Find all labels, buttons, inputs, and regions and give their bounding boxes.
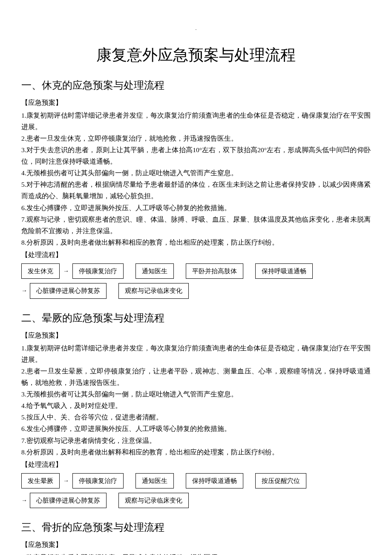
section-2-heading: 二、晕厥的应急预案与处理流程 <box>21 309 371 327</box>
section-1-item: 5.对于神志清醒的患者，根据病情尽量给予患者最舒适的体位，在医生未到达之前让患者… <box>21 179 371 202</box>
section-2-item: 3.无颈椎损伤者可让其头部偏向一侧，防止呕吐物进入气管而产生窒息。 <box>21 388 371 400</box>
section-1-flowchart: 发生休克 → 停顿康复治疗 通知医生 平卧并抬高肢体 保持呼吸道通畅 → 心脏骤… <box>21 263 371 303</box>
arrow-icon: → <box>63 266 69 277</box>
page-mark-top: - <box>21 26 371 33</box>
section-1-item: 2.患者一旦发生休克，立即停顿康复治疗，就地抢救，并迅速报告医生。 <box>21 133 371 144</box>
flow-box: 平卧并抬高肢体 <box>186 263 243 279</box>
section-1-item: 1.康复初期评估时需详细记录患者并发症，每次康复治疗前须查询患者的生命体征是否稳… <box>21 110 371 133</box>
section-2-item: 6.发生心搏骤停，立即进展胸外按压、人工呼吸等心肺复的抢救措施。 <box>21 423 371 434</box>
flow-box: 通知医生 <box>135 263 174 279</box>
flow-box: 心脏骤停进展心肺复苏 <box>30 283 107 298</box>
flow-box: 保持呼吸道通畅 <box>255 263 313 279</box>
section-2-item: 7.密切观察与记录患者病情变化，注意保温。 <box>21 435 371 446</box>
flow-box: 观察与记录临床变化 <box>118 493 189 508</box>
section-2-item: 5.按压人中、关、合谷等穴位，促进患者清醒。 <box>21 411 371 423</box>
section-3-plan-label: 【应急预案】 <box>21 539 371 551</box>
document-title: 康复意外应急预案与处理流程 <box>21 42 371 69</box>
flow-box: 保持呼吸道通畅 <box>186 473 243 489</box>
flow-box: 心脏骤停进展心肺复苏 <box>30 493 107 508</box>
section-3-heading: 三、骨折的应急预案与处理流程 <box>21 518 371 536</box>
section-1-item: 7.观察与记录，密切观察患者的意识、瞳、体温、脉搏、呼吸、血压、尿量、肢体温度及… <box>21 214 371 237</box>
section-2-item: 8.分析原因，及时向患者做出解释和相应的教育，给出相应的处理案，防止医疗纠纷。 <box>21 446 371 458</box>
section-1-heading: 一、休克的应急预案与处理流程 <box>21 76 371 94</box>
arrow-icon: → <box>63 476 69 486</box>
section-2-plan-label: 【应急预案】 <box>21 330 371 341</box>
section-1-item: 8.分析原因，及时向患者做出解释和相应的教育，给出相应的处理案，防止医疗纠纷。 <box>21 237 371 248</box>
section-2-item: 1.康复初期评估时需详细记录患者并发症，每次康复治疗前须查询患者的生命体征是否稳… <box>21 342 371 365</box>
section-1-item: 6.发生心搏骤停，立即进展胸外按压、人工呼吸等心肺复的抢救措施。 <box>21 202 371 214</box>
section-2-item: 4.给予氧气吸入，及时对症处理。 <box>21 400 371 411</box>
flow-box: 通知医生 <box>135 473 174 489</box>
section-2-item: 2.患者一旦发生晕厥，立即停顿康复治疗，让患者平卧，观神志、测量血压、心率，观察… <box>21 365 371 388</box>
section-2-flowchart: 发生晕厥 → 停顿康复治疗 通知医生 保持呼吸道通畅 按压促醒穴位 → 心脏骤停… <box>21 473 371 513</box>
section-3-item: 1.确定骨折发生后立即停顿治疗，尽量减少患处的活动，报告医师。 <box>21 552 371 555</box>
arrow-icon: → <box>21 286 27 296</box>
section-1-plan-label: 【应急预案】 <box>21 97 371 109</box>
flow-box: 停顿康复治疗 <box>72 473 124 489</box>
section-1-item: 4.无颈椎损伤者可让其头部偏向一侧，防止呕吐物进入气管而产生窒息。 <box>21 167 371 179</box>
section-1-item: 3.对于失去意识的患者，原则上让其平躺，患者上体抬高10°左右，双下肢抬高20°… <box>21 144 371 167</box>
flow-box: 观察与记录临床变化 <box>118 283 189 298</box>
section-2-flow-label: 【处理流程】 <box>21 459 371 471</box>
flow-box: 按压促醒穴位 <box>255 473 306 489</box>
flow-box: 停顿康复治疗 <box>72 263 124 279</box>
flow-box: 发生晕厥 <box>21 473 60 489</box>
flow-box: 发生休克 <box>21 263 60 279</box>
arrow-icon: → <box>21 495 27 506</box>
section-1-flow-label: 【处理流程】 <box>21 249 371 261</box>
